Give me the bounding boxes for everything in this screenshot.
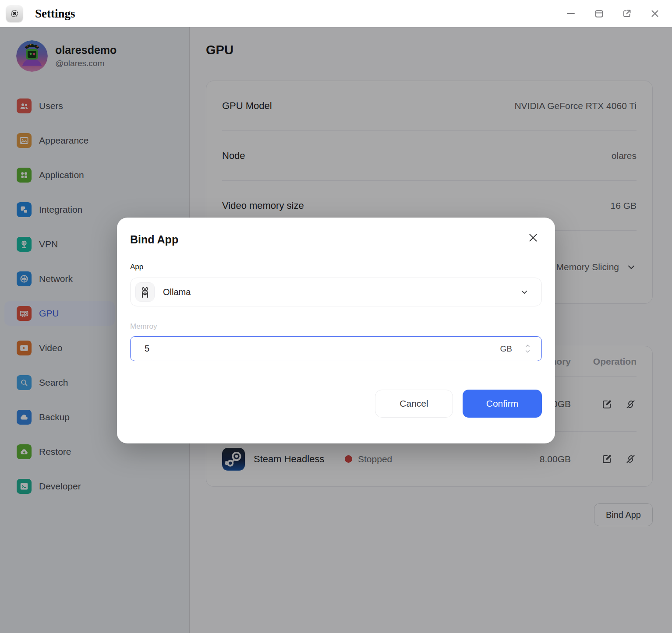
app-select-value: Ollama xyxy=(163,287,191,297)
memory-unit: GB xyxy=(500,344,512,354)
memory-input-wrap: GB xyxy=(130,336,542,361)
memory-input[interactable] xyxy=(145,344,500,354)
close-icon[interactable] xyxy=(527,232,539,244)
window-title: Settings xyxy=(35,7,75,21)
chevron-down-icon xyxy=(520,287,529,297)
dialog-title: Bind App xyxy=(130,233,542,246)
app-field-label: App xyxy=(130,263,542,271)
memory-field-label: Memroy xyxy=(130,322,542,331)
memory-stepper[interactable] xyxy=(525,345,530,353)
settings-app-icon xyxy=(6,5,23,22)
open-external-button[interactable] xyxy=(621,8,633,19)
ollama-icon xyxy=(135,282,155,302)
close-window-button[interactable] xyxy=(649,8,661,19)
stepper-up-icon[interactable] xyxy=(525,345,530,348)
stepper-down-icon[interactable] xyxy=(525,350,530,353)
minimize-button[interactable] xyxy=(565,8,577,19)
titlebar: Settings xyxy=(0,0,672,27)
gear-icon xyxy=(9,8,20,19)
maximize-button[interactable] xyxy=(593,8,605,19)
bind-app-dialog: Bind App App Ollama Memroy GB xyxy=(117,218,555,443)
app-select[interactable]: Ollama xyxy=(130,278,542,306)
confirm-button[interactable]: Confirm xyxy=(463,390,542,418)
cancel-button[interactable]: Cancel xyxy=(375,390,453,418)
